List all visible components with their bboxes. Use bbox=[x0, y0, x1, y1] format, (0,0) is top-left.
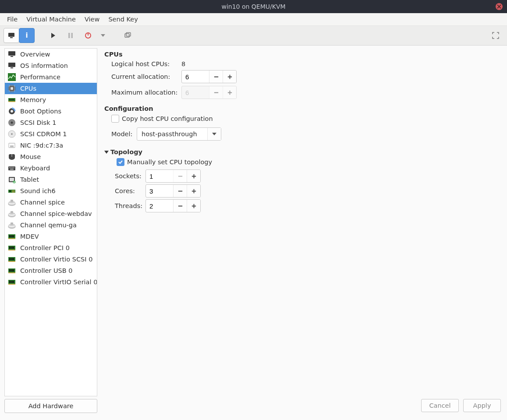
channel-icon bbox=[7, 198, 16, 206]
menu-virtual-machine[interactable]: Virtual Machine bbox=[22, 14, 80, 25]
model-dropdown-button[interactable] bbox=[207, 128, 221, 140]
sidebar-item-boot[interactable]: Boot Options bbox=[5, 106, 97, 117]
sidebar-item-ch-spice[interactable]: Channel spice bbox=[5, 197, 97, 208]
sidebar-item-label: Sound ich6 bbox=[20, 187, 56, 194]
model-combo[interactable]: host-passthrough bbox=[137, 127, 221, 141]
sockets-incr[interactable] bbox=[187, 170, 200, 182]
sidebar-item-label: Mouse bbox=[20, 153, 41, 160]
sound-icon bbox=[7, 187, 16, 195]
pause-button[interactable] bbox=[63, 28, 78, 43]
threads-spin[interactable] bbox=[145, 199, 201, 212]
sockets-input[interactable] bbox=[146, 170, 173, 182]
topology-form: Sockets: Cores: bbox=[115, 169, 499, 212]
sidebar-item-ctrl-usb[interactable]: Controller USB 0 bbox=[5, 265, 97, 276]
view-mode-group: i bbox=[4, 28, 35, 43]
checkbox-box bbox=[111, 115, 119, 123]
nic-icon bbox=[7, 141, 16, 149]
menu-file[interactable]: File bbox=[3, 14, 22, 25]
console-view-button[interactable] bbox=[4, 28, 19, 43]
current-alloc-input[interactable] bbox=[182, 71, 209, 83]
info-icon: i bbox=[25, 32, 28, 39]
sidebar-item-tablet[interactable]: Tablet bbox=[5, 174, 97, 185]
model-label: Model: bbox=[111, 131, 132, 138]
sidebar-item-cpus[interactable]: CPUs bbox=[5, 83, 97, 94]
sidebar-item-mouse[interactable]: Mouse bbox=[5, 151, 97, 162]
cores-spin[interactable] bbox=[145, 184, 201, 198]
sidebar-item-label: Controller VirtIO Serial 0 bbox=[20, 279, 97, 286]
sidebar-column: OverviewOS informationPerformanceCPUsMem… bbox=[0, 46, 97, 416]
keyboard-icon bbox=[7, 164, 16, 172]
model-row: Model: host-passthrough bbox=[111, 127, 499, 141]
sidebar-item-osinfo[interactable]: OS information bbox=[5, 60, 97, 71]
sidebar-item-label: MDEV bbox=[20, 233, 39, 240]
sockets-label: Sockets: bbox=[115, 173, 143, 180]
sidebar-item-memory[interactable]: Memory bbox=[5, 94, 97, 106]
add-hardware-button[interactable]: Add Hardware bbox=[4, 399, 97, 413]
dialog-footer: Cancel Apply bbox=[421, 399, 501, 412]
svg-rect-5 bbox=[68, 33, 70, 38]
current-alloc-decr[interactable] bbox=[209, 71, 223, 83]
cancel-label: Cancel bbox=[429, 402, 450, 409]
sidebar-item-ch-webdav[interactable]: Channel spice-webdav bbox=[5, 208, 97, 219]
snapshots-button[interactable] bbox=[120, 28, 135, 43]
svg-rect-2 bbox=[8, 33, 14, 37]
shutdown-button[interactable] bbox=[80, 28, 96, 43]
cpus-heading: CPUs bbox=[104, 51, 499, 58]
shutdown-dropdown[interactable] bbox=[98, 28, 108, 43]
sidebar-item-nic[interactable]: NIC :9d:c7:3a bbox=[5, 140, 97, 151]
sidebar-item-ctrl-pci[interactable]: Controller PCI 0 bbox=[5, 242, 97, 254]
sidebar-item-label: Keyboard bbox=[20, 165, 50, 172]
sidebar-item-label: NIC :9d:c7:3a bbox=[20, 142, 63, 149]
fullscreen-button[interactable] bbox=[488, 28, 503, 43]
sidebar-item-mdev[interactable]: MDEV bbox=[5, 231, 97, 242]
sockets-decr[interactable] bbox=[173, 170, 187, 182]
sidebar-item-sound[interactable]: Sound ich6 bbox=[5, 185, 97, 197]
menu-view[interactable]: View bbox=[80, 14, 104, 25]
plus-icon bbox=[191, 173, 197, 179]
sidebar-item-scsi-disk-1[interactable]: SCSI Disk 1 bbox=[5, 117, 97, 128]
sidebar-item-label: Tablet bbox=[20, 176, 39, 183]
sidebar-item-ctrl-vserial[interactable]: Controller VirtIO Serial 0 bbox=[5, 276, 97, 288]
current-alloc-incr[interactable] bbox=[223, 71, 236, 83]
cancel-button[interactable]: Cancel bbox=[421, 399, 459, 412]
max-alloc-input bbox=[182, 86, 209, 99]
manual-topology-checkbox[interactable]: Manually set CPU topology bbox=[117, 158, 212, 166]
sidebar-item-overview[interactable]: Overview bbox=[5, 49, 97, 60]
details-view-button[interactable]: i bbox=[19, 28, 35, 43]
apply-button[interactable]: Apply bbox=[463, 399, 501, 412]
sidebar-item-keyboard[interactable]: Keyboard bbox=[5, 162, 97, 174]
hardware-sidebar[interactable]: OverviewOS informationPerformanceCPUsMem… bbox=[4, 48, 97, 396]
run-button[interactable] bbox=[45, 28, 61, 43]
window-close-button[interactable] bbox=[496, 3, 503, 10]
topology-expander[interactable]: Topology bbox=[104, 148, 499, 155]
max-alloc-spin bbox=[181, 86, 237, 99]
svg-rect-11 bbox=[126, 33, 131, 36]
configuration-heading: Configuration bbox=[104, 105, 499, 112]
svg-marker-9 bbox=[101, 34, 105, 37]
sidebar-item-ch-qemu-ga[interactable]: Channel qemu-ga bbox=[5, 219, 97, 231]
topology-heading: Topology bbox=[110, 148, 142, 155]
current-alloc-spin[interactable] bbox=[181, 70, 237, 83]
sidebar-item-performance[interactable]: Performance bbox=[5, 71, 97, 83]
menu-send-key[interactable]: Send Key bbox=[104, 14, 142, 25]
cores-input[interactable] bbox=[146, 185, 173, 197]
threads-incr[interactable] bbox=[187, 200, 200, 212]
svg-marker-4 bbox=[51, 33, 55, 38]
triangle-down-icon bbox=[104, 150, 109, 154]
caret-down-icon bbox=[101, 32, 105, 39]
cores-decr[interactable] bbox=[173, 185, 187, 197]
sockets-spin[interactable] bbox=[145, 169, 201, 183]
cores-incr[interactable] bbox=[187, 185, 200, 197]
sidebar-item-label: Controller USB 0 bbox=[20, 267, 73, 274]
threads-decr[interactable] bbox=[173, 200, 187, 212]
details-panel: CPUs Logical host CPUs: 8 Current alloca… bbox=[97, 46, 507, 416]
copy-host-checkbox[interactable]: Copy host CPU configuration bbox=[111, 115, 213, 123]
threads-input[interactable] bbox=[146, 200, 173, 212]
svg-marker-18 bbox=[212, 133, 216, 135]
toolbar: i bbox=[0, 26, 507, 46]
performance-icon bbox=[7, 73, 16, 81]
sidebar-item-scsi-cdrom-1[interactable]: SCSI CDROM 1 bbox=[5, 128, 97, 140]
model-value: host-passthrough bbox=[137, 128, 207, 140]
minus-icon bbox=[177, 173, 183, 179]
sidebar-item-ctrl-vscsi[interactable]: Controller Virtio SCSI 0 bbox=[5, 254, 97, 265]
